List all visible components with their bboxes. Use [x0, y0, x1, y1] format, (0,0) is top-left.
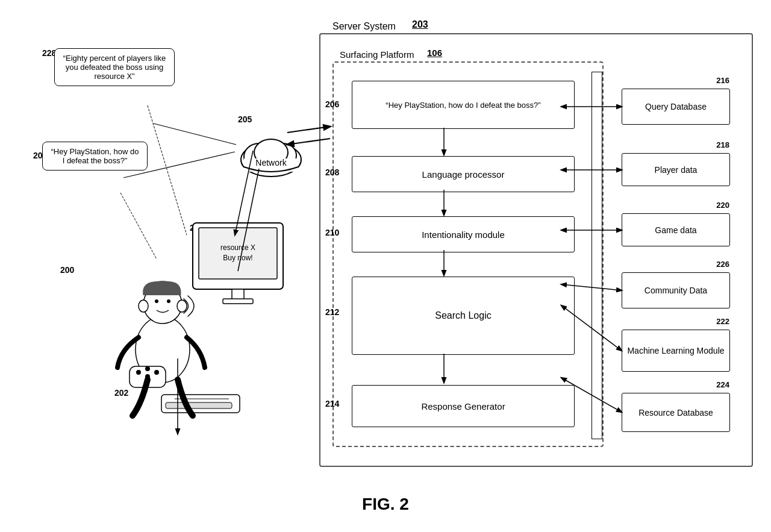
svg-text:Buy now!: Buy now! [223, 254, 252, 262]
machine-learning-box: 222 Machine Learning Module [622, 330, 730, 372]
response-generator-text: Response Generator [421, 401, 505, 412]
svg-point-19 [145, 366, 150, 371]
cloud-container: Network [232, 130, 310, 184]
server-system-label: Server System [332, 21, 396, 32]
player-data-text: Player data [655, 165, 698, 175]
svg-rect-7 [166, 402, 232, 408]
ref-222: 222 [716, 317, 729, 326]
query-block-text: “Hey PlayStation, how do I defeat the bo… [386, 101, 540, 110]
figure-caption: FIG. 2 [362, 495, 409, 514]
ref-214: 214 [325, 399, 339, 408]
intentionality-module-block: 210 Intentionality module [352, 216, 575, 252]
resource-database-box: 224 Resource Database [622, 393, 730, 432]
bubble-206: “Hey PlayStation, how do I defeat the bo… [42, 142, 148, 171]
bubble-228: “Eighty percent of players like you defe… [54, 48, 175, 86]
svg-rect-5 [223, 299, 253, 304]
left-area: 228 “Eighty percent of players like you … [24, 36, 301, 470]
community-data-box: 226 Community Data [622, 272, 730, 308]
response-generator-block: 214 Response Generator [352, 385, 575, 427]
svg-text:Network: Network [255, 158, 287, 167]
ref-210: 210 [325, 228, 339, 237]
ref-218: 218 [716, 140, 729, 149]
query-database-text: Query Database [645, 102, 707, 111]
svg-point-11 [155, 299, 158, 303]
svg-point-12 [167, 299, 170, 303]
language-processor-block: 208 Language processor [352, 156, 575, 192]
resource-database-text: Resource Database [638, 408, 713, 418]
game-data-text: Game data [655, 225, 696, 235]
svg-point-14 [177, 300, 187, 312]
surfacing-platform-label: Surfacing Platform [340, 49, 414, 60]
surfacing-platform-ref: 106 [427, 48, 442, 58]
server-system-ref: 203 [412, 19, 428, 30]
community-data-text: Community Data [645, 286, 707, 295]
ref-212: 212 [325, 307, 339, 317]
search-logic-block: 212 Search Logic [352, 277, 575, 355]
ref-224: 224 [716, 380, 729, 389]
ref-208: 208 [325, 167, 339, 177]
query-block: 206 “Hey PlayStation, how do I defeat th… [352, 81, 575, 129]
server-system-box: Server System 203 Surfacing Platform 106… [319, 33, 753, 467]
bubble-206-text: “Hey PlayStation, how do I defeat the bo… [51, 147, 139, 165]
search-logic-text: Search Logic [435, 310, 491, 321]
game-data-box: 220 Game data [622, 213, 730, 246]
ref-206-surf: 206 [325, 99, 339, 109]
query-database-box: 216 Query Database [622, 89, 730, 125]
vertical-separator [592, 72, 602, 439]
bubble-228-text: “Eighty percent of players like you defe… [63, 54, 166, 81]
ref-216: 216 [716, 76, 729, 85]
player-data-box: 218 Player data [622, 153, 730, 186]
intentionality-module-text: Intentionality module [422, 230, 505, 240]
ref-220: 220 [716, 201, 729, 210]
svg-point-16 [136, 370, 141, 375]
svg-point-18 [154, 370, 159, 375]
ref-226: 226 [716, 260, 729, 269]
page-container: 228 “Eighty percent of players like you … [0, 0, 771, 532]
surfacing-platform-box: Surfacing Platform 106 206 “Hey PlayStat… [332, 61, 604, 447]
machine-learning-text: Machine Learning Module [627, 346, 724, 355]
language-processor-text: Language processor [422, 169, 505, 180]
svg-text:resource X: resource X [220, 243, 255, 252]
svg-point-13 [139, 300, 148, 312]
player-illustration: resource X Buy now! [72, 217, 301, 434]
ref-205: 205 [238, 114, 252, 124]
